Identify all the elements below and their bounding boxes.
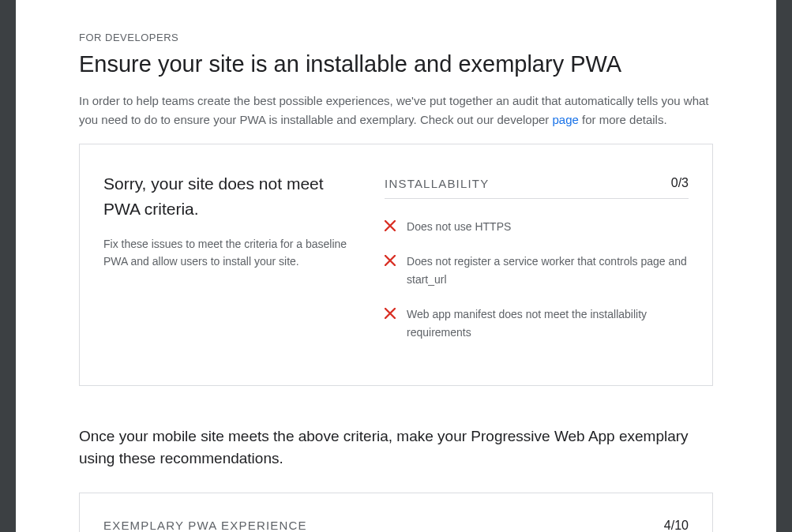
installability-score-header: INSTALLABILITY 0/3 xyxy=(385,176,689,199)
card-left-column: Sorry, your site does not meet PWA crite… xyxy=(103,171,361,358)
developer-page-link[interactable]: page xyxy=(553,113,579,126)
check-item-text: Does not use HTTPS xyxy=(407,218,511,235)
check-item-text: Does not register a service worker that … xyxy=(407,253,689,288)
installability-label: INSTALLABILITY xyxy=(385,177,489,190)
intro-paragraph: In order to help teams create the best p… xyxy=(79,92,713,129)
card-heading: Sorry, your site does not meet PWA crite… xyxy=(103,171,361,221)
card-subtext: Fix these issues to meet the criteria fo… xyxy=(103,235,361,271)
page-title: Ensure your site is an installable and e… xyxy=(79,51,713,77)
intro-text-2: for more details. xyxy=(579,113,667,126)
card-right-column: INSTALLABILITY 0/3 Does not use HTTPS Do… xyxy=(385,171,689,358)
check-item-text: Web app manifest does not meet the insta… xyxy=(407,305,689,341)
check-item: Does not register a service worker that … xyxy=(385,253,689,288)
page-content: FOR DEVELOPERS Ensure your site is an in… xyxy=(16,0,776,532)
pwa-criteria-card: Sorry, your site does not meet PWA crite… xyxy=(79,144,713,386)
exemplary-label: EXEMPLARY PWA EXPERIENCE xyxy=(103,519,307,532)
fail-x-icon xyxy=(385,255,396,266)
exemplary-score: 4/10 xyxy=(664,519,689,532)
fail-x-icon xyxy=(385,220,396,231)
exemplary-subheading: Once your mobile site meets the above cr… xyxy=(79,425,713,470)
eyebrow-label: FOR DEVELOPERS xyxy=(79,32,713,43)
installability-score: 0/3 xyxy=(671,176,689,190)
check-item: Does not use HTTPS xyxy=(385,218,689,235)
exemplary-card: EXEMPLARY PWA EXPERIENCE 4/10 xyxy=(79,493,713,532)
fail-x-icon xyxy=(385,308,396,319)
exemplary-score-header: EXEMPLARY PWA EXPERIENCE 4/10 xyxy=(103,519,689,532)
check-item: Web app manifest does not meet the insta… xyxy=(385,305,689,341)
